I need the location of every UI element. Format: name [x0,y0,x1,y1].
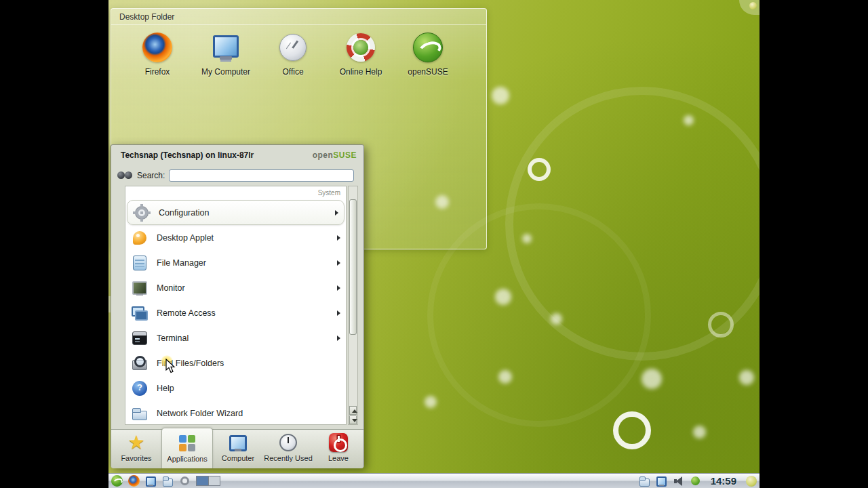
menu-item-remote-access[interactable]: Remote Access [125,300,346,325]
menu-item-label: Terminal [157,333,189,343]
opensuse-gecko-icon [412,32,443,63]
tab-label: Favorites [111,454,161,462]
bokeh-circle [684,115,694,125]
firefox-icon [142,32,173,63]
desktop-icon-online-help[interactable]: Online Help [328,32,393,77]
search-input[interactable] [169,169,354,182]
menu-item-monitor[interactable]: Monitor [125,275,346,300]
tab-leave[interactable]: Leave [313,430,363,468]
desktop-icon-firefox[interactable]: Firefox [125,32,190,77]
bokeh-circle [522,234,532,243]
taskbar-clock[interactable]: 14:59 [707,475,741,487]
lifebuoy-help-icon [345,32,376,63]
virtual-desktop-pager[interactable] [196,476,220,486]
tray-volume-icon[interactable] [673,475,684,487]
opensuse-logo: openSUSE [313,150,357,160]
tray-device-notifier-icon[interactable] [639,475,650,487]
tab-label: Leave [313,454,363,462]
kickoff-header: Techsnap (Techsnap) on linux-87lr openSU… [111,145,363,165]
desktop-icon-opensuse[interactable]: openSUSE [395,32,460,77]
binoculars-search-icon [117,169,133,182]
menu-item-network-folder-wizard[interactable]: Network Folder Wizard [125,401,346,425]
desktop: Desktop Folder Firefox My Computer Offic… [108,0,760,488]
desktop-icon-label: Firefox [125,67,190,77]
scroll-up-button[interactable] [349,406,357,415]
kickoff-item-list: System Configuration Desktop Applet File… [125,186,347,425]
menu-item-configuration[interactable]: Configuration [127,200,344,225]
menu-item-file-manager[interactable]: File Manager [125,250,346,275]
tab-label: Computer [213,454,263,462]
tab-applications[interactable]: Applications [161,428,213,468]
desktop-icon-label: Online Help [328,67,393,77]
menu-item-label: Monitor [157,283,185,293]
pager-desktop-2[interactable] [208,476,220,485]
desktop-icon-label: My Computer [193,67,258,77]
power-bar [338,436,340,442]
desktop-icon-label: openSUSE [395,67,460,77]
taskbar-panel: 14:59 [108,473,760,488]
kickoff-user-host-title: Techsnap (Techsnap) on linux-87lr [121,150,254,160]
desktop-icon-my-computer[interactable]: My Computer [193,32,258,77]
menu-item-label: Remote Access [157,308,216,318]
bokeh-circle [495,289,511,305]
panel-toolbox-button[interactable] [746,476,757,487]
menu-item-terminal[interactable]: Terminal [125,325,346,350]
power-icon [328,432,349,453]
kickoff-tab-bar: ★ Favorites Applications Computer Recent… [111,429,363,468]
gear-icon [133,204,151,222]
bokeh-circle [492,87,509,104]
terminal-icon [131,329,149,347]
menu-item-label: Desktop Applet [157,233,214,243]
office-icon [277,32,309,63]
up-arrow-icon [352,409,357,413]
pager-desktop-1[interactable] [197,476,208,485]
tab-label: Recently Used [263,454,313,462]
scrollbar-track[interactable] [348,186,358,425]
computer-icon [228,432,248,453]
applications-grid-icon [177,433,197,453]
menu-item-label: Help [157,384,174,393]
menu-item-find-files[interactable]: Find Files/Folders [125,350,346,375]
bokeh-circle [425,396,437,408]
file-cabinet-icon [131,254,149,272]
desktop-icon-office[interactable]: Office [260,32,326,77]
tab-favorites[interactable]: ★ Favorites [111,430,161,468]
application-launcher-button[interactable] [111,475,123,487]
bokeh-circle [642,369,662,389]
help-icon: ? [131,380,149,397]
tab-computer[interactable]: Computer [213,430,263,468]
down-arrow-icon [352,419,357,422]
menu-item-help[interactable]: ? Help [125,375,346,401]
computer-icon [210,32,241,63]
submenu-arrow-icon [337,336,340,341]
bokeh-circle [693,426,706,439]
kickoff-launcher: Techsnap (Techsnap) on linux-87lr openSU… [111,144,364,468]
category-header: System [125,186,346,200]
file-manager-launcher-icon[interactable] [162,475,174,487]
submenu-arrow-icon [335,210,338,216]
opensuse-logo-open: open [313,150,334,160]
magnifier-drive-icon [131,354,149,372]
scrollbar-thumb[interactable] [349,199,357,335]
bokeh-circle [528,158,551,181]
tab-recently-used[interactable]: Recently Used [263,430,313,468]
menu-item-desktop-applet[interactable]: Desktop Applet [125,225,346,250]
show-desktop-icon[interactable] [145,475,157,487]
tray-network-icon[interactable] [690,475,701,487]
plasma-toolbox-button[interactable] [739,0,760,15]
system-settings-launcher-icon[interactable] [179,475,191,487]
bokeh-circle [551,313,562,325]
firefox-launcher-icon[interactable] [128,475,140,487]
submenu-arrow-icon [337,285,340,291]
submenu-arrow-icon [337,310,340,316]
desktop-folder-title: Desktop Folder [111,9,486,25]
remote-screens-icon [131,304,149,322]
bokeh-circle [708,312,734,338]
bokeh-circle [505,87,760,361]
tray-display-icon[interactable] [656,475,667,487]
submenu-arrow-icon [337,260,340,266]
star-icon: ★ [126,432,146,453]
scroll-down-button[interactable] [349,415,357,424]
kickoff-search-row: Search: [111,167,363,184]
bokeh-circle [498,370,512,384]
